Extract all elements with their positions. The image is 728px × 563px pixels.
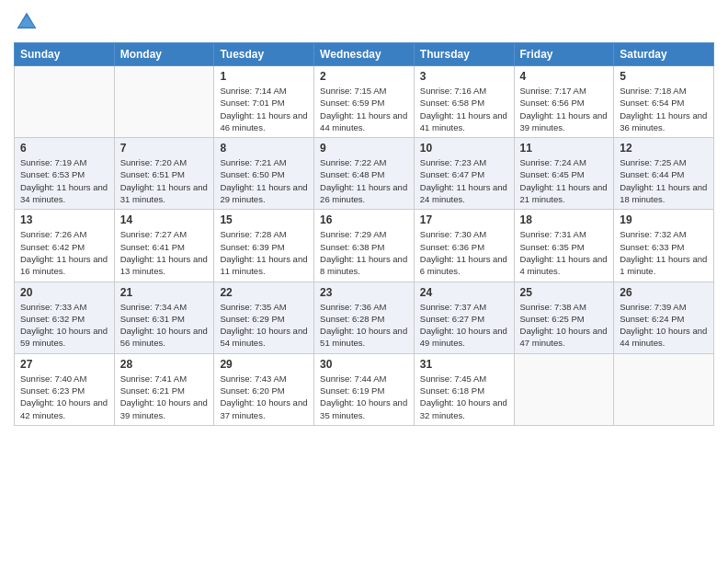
day-info: Sunrise: 7:19 AMSunset: 6:53 PMDaylight:…: [20, 156, 108, 205]
day-info: Sunrise: 7:40 AMSunset: 6:23 PMDaylight:…: [20, 373, 108, 421]
col-header-wednesday: Wednesday: [314, 43, 415, 66]
day-info: Sunrise: 7:37 AMSunset: 6:27 PMDaylight:…: [420, 301, 508, 350]
day-cell: 5Sunrise: 7:18 AMSunset: 6:54 PMDaylight…: [614, 66, 714, 138]
col-header-sunday: Sunday: [15, 43, 115, 66]
day-info: Sunrise: 7:15 AMSunset: 6:59 PMDaylight:…: [320, 85, 408, 133]
day-cell: 29Sunrise: 7:43 AMSunset: 6:20 PMDayligh…: [214, 353, 314, 425]
day-cell: 14Sunrise: 7:27 AMSunset: 6:41 PMDayligh…: [114, 210, 214, 282]
day-info: Sunrise: 7:24 AMSunset: 6:45 PMDaylight:…: [520, 156, 609, 205]
day-cell: 20Sunrise: 7:33 AMSunset: 6:32 PMDayligh…: [15, 282, 115, 353]
day-cell: 4Sunrise: 7:17 AMSunset: 6:56 PMDaylight…: [514, 66, 614, 138]
col-header-monday: Monday: [114, 43, 214, 66]
day-number: 29: [220, 358, 308, 371]
day-info: Sunrise: 7:22 AMSunset: 6:48 PMDaylight:…: [320, 156, 408, 205]
day-cell: 16Sunrise: 7:29 AMSunset: 6:38 PMDayligh…: [314, 210, 415, 282]
day-number: 26: [620, 286, 708, 299]
day-cell: 2Sunrise: 7:15 AMSunset: 6:59 PMDaylight…: [314, 66, 415, 138]
day-cell: 12Sunrise: 7:25 AMSunset: 6:44 PMDayligh…: [614, 138, 714, 210]
day-info: Sunrise: 7:44 AMSunset: 6:19 PMDaylight:…: [320, 373, 408, 421]
day-info: Sunrise: 7:38 AMSunset: 6:25 PMDaylight:…: [520, 301, 609, 350]
day-cell: 24Sunrise: 7:37 AMSunset: 6:27 PMDayligh…: [414, 282, 514, 353]
day-info: Sunrise: 7:28 AMSunset: 6:39 PMDaylight:…: [220, 228, 308, 277]
day-cell: 31Sunrise: 7:45 AMSunset: 6:18 PMDayligh…: [414, 353, 514, 425]
day-number: 31: [420, 358, 508, 371]
day-info: Sunrise: 7:27 AMSunset: 6:41 PMDaylight:…: [120, 228, 209, 277]
day-info: Sunrise: 7:43 AMSunset: 6:20 PMDaylight:…: [220, 373, 308, 421]
day-info: Sunrise: 7:26 AMSunset: 6:42 PMDaylight:…: [20, 228, 108, 277]
day-number: 3: [420, 70, 508, 83]
col-header-tuesday: Tuesday: [214, 43, 314, 66]
day-cell: [114, 66, 214, 138]
day-cell: 13Sunrise: 7:26 AMSunset: 6:42 PMDayligh…: [15, 210, 115, 282]
week-row-2: 6Sunrise: 7:19 AMSunset: 6:53 PMDaylight…: [15, 138, 714, 210]
day-number: 12: [620, 142, 708, 155]
day-number: 4: [520, 70, 609, 83]
day-info: Sunrise: 7:20 AMSunset: 6:51 PMDaylight:…: [120, 156, 209, 205]
day-cell: [15, 66, 115, 138]
day-cell: 26Sunrise: 7:39 AMSunset: 6:24 PMDayligh…: [614, 282, 714, 353]
day-cell: 17Sunrise: 7:30 AMSunset: 6:36 PMDayligh…: [414, 210, 514, 282]
day-number: 20: [20, 286, 108, 299]
day-info: Sunrise: 7:36 AMSunset: 6:28 PMDaylight:…: [320, 301, 408, 350]
day-number: 21: [120, 286, 209, 299]
day-cell: 6Sunrise: 7:19 AMSunset: 6:53 PMDaylight…: [15, 138, 115, 210]
day-cell: [514, 353, 614, 425]
day-info: Sunrise: 7:31 AMSunset: 6:35 PMDaylight:…: [520, 228, 609, 277]
week-row-3: 13Sunrise: 7:26 AMSunset: 6:42 PMDayligh…: [15, 210, 714, 282]
week-row-4: 20Sunrise: 7:33 AMSunset: 6:32 PMDayligh…: [15, 282, 714, 353]
calendar: SundayMondayTuesdayWednesdayThursdayFrid…: [14, 42, 714, 426]
day-number: 8: [220, 142, 308, 155]
day-cell: 22Sunrise: 7:35 AMSunset: 6:29 PMDayligh…: [214, 282, 314, 353]
day-cell: 10Sunrise: 7:23 AMSunset: 6:47 PMDayligh…: [414, 138, 514, 210]
day-number: 14: [120, 213, 209, 226]
day-number: 5: [620, 70, 708, 83]
day-cell: 19Sunrise: 7:32 AMSunset: 6:33 PMDayligh…: [614, 210, 714, 282]
day-info: Sunrise: 7:14 AMSunset: 7:01 PMDaylight:…: [220, 85, 308, 133]
day-number: 17: [420, 213, 508, 226]
day-cell: 30Sunrise: 7:44 AMSunset: 6:19 PMDayligh…: [314, 353, 415, 425]
logo: [14, 9, 43, 35]
day-info: Sunrise: 7:45 AMSunset: 6:18 PMDaylight:…: [420, 373, 508, 421]
day-number: 23: [320, 286, 408, 299]
day-info: Sunrise: 7:35 AMSunset: 6:29 PMDaylight:…: [220, 301, 308, 350]
day-cell: [614, 353, 714, 425]
logo-icon: [14, 9, 40, 35]
day-cell: 1Sunrise: 7:14 AMSunset: 7:01 PMDaylight…: [214, 66, 314, 138]
day-info: Sunrise: 7:29 AMSunset: 6:38 PMDaylight:…: [320, 228, 408, 277]
day-number: 7: [120, 142, 209, 155]
day-number: 13: [20, 213, 108, 226]
day-info: Sunrise: 7:30 AMSunset: 6:36 PMDaylight:…: [420, 228, 508, 277]
day-info: Sunrise: 7:18 AMSunset: 6:54 PMDaylight:…: [620, 85, 708, 133]
day-cell: 3Sunrise: 7:16 AMSunset: 6:58 PMDaylight…: [414, 66, 514, 138]
page: SundayMondayTuesdayWednesdayThursdayFrid…: [0, 0, 728, 563]
day-number: 6: [20, 142, 108, 155]
col-header-friday: Friday: [514, 43, 614, 66]
day-number: 30: [320, 358, 408, 371]
week-row-1: 1Sunrise: 7:14 AMSunset: 7:01 PMDaylight…: [15, 66, 714, 138]
day-info: Sunrise: 7:25 AMSunset: 6:44 PMDaylight:…: [620, 156, 708, 205]
day-cell: 23Sunrise: 7:36 AMSunset: 6:28 PMDayligh…: [314, 282, 415, 353]
col-header-thursday: Thursday: [414, 43, 514, 66]
day-number: 1: [220, 70, 308, 83]
week-row-5: 27Sunrise: 7:40 AMSunset: 6:23 PMDayligh…: [15, 353, 714, 425]
day-info: Sunrise: 7:16 AMSunset: 6:58 PMDaylight:…: [420, 85, 508, 133]
day-info: Sunrise: 7:23 AMSunset: 6:47 PMDaylight:…: [420, 156, 508, 205]
day-number: 9: [320, 142, 408, 155]
day-cell: 25Sunrise: 7:38 AMSunset: 6:25 PMDayligh…: [514, 282, 614, 353]
day-number: 19: [620, 213, 708, 226]
day-cell: 27Sunrise: 7:40 AMSunset: 6:23 PMDayligh…: [15, 353, 115, 425]
day-cell: 7Sunrise: 7:20 AMSunset: 6:51 PMDaylight…: [114, 138, 214, 210]
day-cell: 11Sunrise: 7:24 AMSunset: 6:45 PMDayligh…: [514, 138, 614, 210]
day-number: 18: [520, 213, 609, 226]
day-number: 24: [420, 286, 508, 299]
day-info: Sunrise: 7:17 AMSunset: 6:56 PMDaylight:…: [520, 85, 609, 133]
day-cell: 9Sunrise: 7:22 AMSunset: 6:48 PMDaylight…: [314, 138, 415, 210]
day-info: Sunrise: 7:39 AMSunset: 6:24 PMDaylight:…: [620, 301, 708, 350]
day-number: 27: [20, 358, 108, 371]
day-number: 15: [220, 213, 308, 226]
day-number: 28: [120, 358, 209, 371]
day-info: Sunrise: 7:21 AMSunset: 6:50 PMDaylight:…: [220, 156, 308, 205]
day-number: 16: [320, 213, 408, 226]
day-cell: 28Sunrise: 7:41 AMSunset: 6:21 PMDayligh…: [114, 353, 214, 425]
day-info: Sunrise: 7:33 AMSunset: 6:32 PMDaylight:…: [20, 301, 108, 350]
